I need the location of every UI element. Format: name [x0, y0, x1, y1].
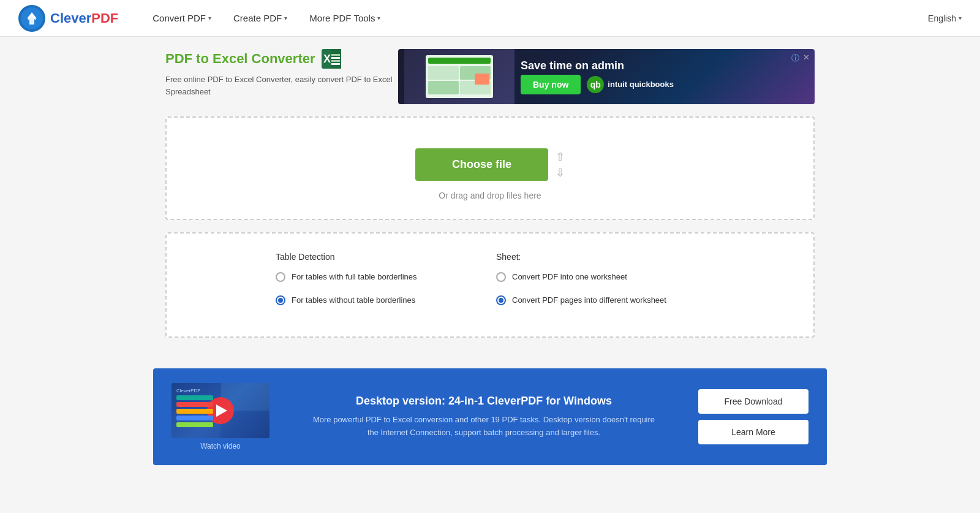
table-detection-title: Table Detection [276, 252, 484, 262]
chevron-down-icon: ▾ [377, 15, 380, 21]
video-inner: CleverPDF [172, 383, 270, 438]
ad-content: Save time on admin Buy now qb intuit qui… [398, 49, 815, 104]
page-title: PDF to Excel Converter X [165, 49, 398, 69]
nav-more-pdf-tools[interactable]: More PDF Tools ▾ [300, 8, 390, 28]
logo-text: CleverPDF [50, 10, 118, 26]
sheet-option-1[interactable]: Convert PDF pages into different workshe… [496, 295, 704, 306]
recycle-icons: ⇧ ⇩ [556, 150, 565, 180]
promo-description: More powerful PDF to Excel conversion an… [288, 414, 680, 439]
promo-title: Desktop version: 24-in-1 CleverPDF for W… [288, 395, 680, 408]
promo-video-thumbnail[interactable]: CleverPDF [172, 383, 270, 438]
chevron-down-icon: ▾ [208, 15, 211, 21]
language-selector[interactable]: English ▾ [928, 13, 962, 23]
ad-banner: Save time on admin Buy now qb intuit qui… [398, 49, 815, 104]
header: CleverPDF Convert PDF ▾ Create PDF ▾ Mor… [0, 0, 980, 37]
sheet-group: Sheet: Convert PDF into one worksheet Co… [496, 252, 704, 318]
download-icon: ⇩ [556, 166, 565, 180]
svg-rect-7 [331, 60, 340, 62]
nav-create-pdf[interactable]: Create PDF ▾ [224, 8, 297, 28]
page-subtitle: Free online PDF to Excel Converter, easi… [165, 74, 398, 97]
upload-center: Choose file ⇧ ⇩ Or drag and drop files h… [185, 148, 795, 200]
svg-rect-5 [331, 54, 340, 56]
ad-text-section: Save time on admin Buy now qb intuit qui… [521, 59, 809, 94]
table-detection-group: Table Detection For tables with full tab… [276, 252, 484, 318]
upload-icon: ⇧ [556, 150, 565, 164]
quickbooks-icon: qb [587, 76, 604, 93]
radio-table-0[interactable] [276, 272, 285, 282]
radio-sheet-1[interactable] [496, 295, 506, 305]
main-nav: Convert PDF ▾ Create PDF ▾ More PDF Tool… [143, 8, 928, 28]
svg-rect-8 [331, 63, 340, 65]
drag-drop-text: Or drag and drop files here [439, 191, 541, 200]
chevron-down-icon: ▾ [959, 15, 962, 21]
choose-file-button[interactable]: Choose file [415, 148, 548, 181]
free-download-button[interactable]: Free Download [698, 389, 809, 414]
ad-close-row: ⓘ ✕ [791, 53, 810, 64]
ad-buy-button[interactable]: Buy now [521, 75, 581, 94]
promo-text: Desktop version: 24-in-1 CleverPDF for W… [288, 395, 680, 439]
desktop-promo: CleverPDF Watch video Desktop version: 2… [153, 368, 827, 465]
watch-video-text[interactable]: Watch video [200, 442, 241, 450]
svg-rect-6 [331, 57, 340, 59]
ad-info-icon[interactable]: ⓘ [791, 53, 799, 64]
ad-headline: Save time on admin [521, 59, 809, 72]
page-title-section: PDF to Excel Converter X Free online PDF… [165, 49, 398, 97]
ad-image [404, 49, 514, 104]
radio-sheet-0[interactable] [496, 272, 506, 282]
options-area: Table Detection For tables with full tab… [165, 232, 815, 338]
radio-table-1[interactable] [276, 295, 285, 305]
nav-convert-pdf[interactable]: Convert PDF ▾ [143, 8, 221, 28]
svg-text:X: X [323, 53, 331, 65]
promo-video-section: CleverPDF Watch video [172, 383, 270, 450]
promo-buttons: Free Download Learn More [698, 389, 809, 444]
ad-logo-section: Buy now qb intuit quickbooks [521, 75, 809, 94]
choose-file-row: Choose file ⇧ ⇩ [415, 148, 565, 181]
page-header-row: PDF to Excel Converter X Free online PDF… [165, 49, 815, 104]
options-grid: Table Detection For tables with full tab… [276, 252, 704, 318]
ad-qb-logo: qb intuit quickbooks [587, 76, 674, 93]
upload-area[interactable]: Choose file ⇧ ⇩ Or drag and drop files h… [165, 116, 815, 220]
chevron-down-icon: ▾ [284, 15, 287, 21]
table-option-1[interactable]: For tables without table borderlines [276, 295, 484, 306]
learn-more-button[interactable]: Learn More [698, 420, 809, 444]
logo[interactable]: CleverPDF [18, 5, 118, 32]
play-triangle-icon [216, 405, 227, 417]
sheet-option-0[interactable]: Convert PDF into one worksheet [496, 272, 704, 283]
sheet-title: Sheet: [496, 252, 704, 262]
main-content: PDF to Excel Converter X Free online PDF… [153, 37, 827, 368]
table-option-0[interactable]: For tables with full table borderlines [276, 272, 484, 283]
ad-close-icon[interactable]: ✕ [803, 53, 810, 64]
